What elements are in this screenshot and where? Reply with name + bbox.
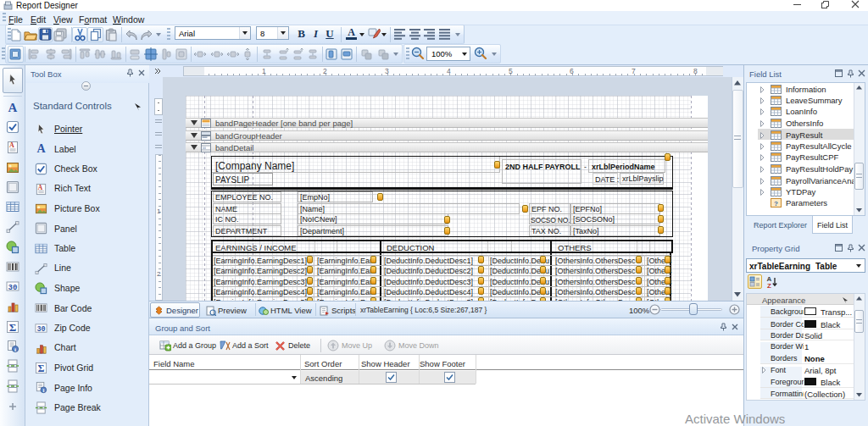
svg-text:Σ: Σ bbox=[9, 321, 17, 334]
svg-text:A: A bbox=[8, 101, 18, 114]
svg-text:A: A bbox=[38, 184, 43, 191]
svg-text:i: i bbox=[42, 387, 44, 393]
svg-text:A: A bbox=[9, 141, 14, 149]
svg-text:30: 30 bbox=[8, 284, 18, 292]
svg-text:?: ? bbox=[774, 200, 778, 207]
svg-text:Z: Z bbox=[767, 282, 771, 289]
svg-text:Σ: Σ bbox=[38, 362, 45, 374]
svg-text:30: 30 bbox=[36, 325, 45, 334]
svg-text:A: A bbox=[36, 142, 46, 155]
svg-text:i: i bbox=[14, 346, 16, 353]
